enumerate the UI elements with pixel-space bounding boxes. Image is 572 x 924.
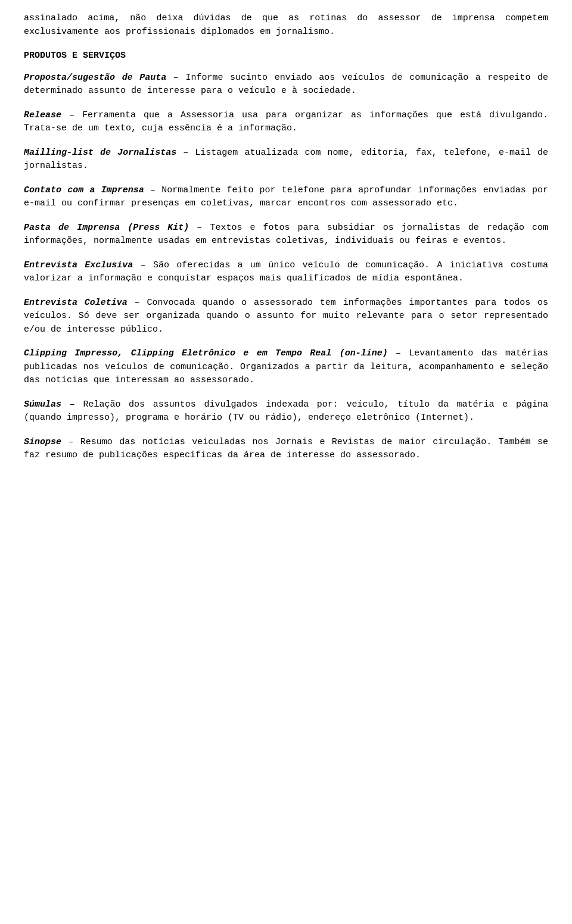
item-sumulas: Súmulas – Relação dos assuntos divulgado…	[24, 398, 548, 425]
item-contato-term: Contato com a Imprensa	[24, 185, 144, 195]
item-exclusiva-term: Entrevista Exclusiva	[24, 260, 133, 270]
item-proposta-term: Proposta/sugestão de Pauta	[24, 73, 166, 83]
item-mailling: Mailling-list de Jornalistas – Listagem …	[24, 146, 548, 173]
item-sinopse: Sinopse – Resumo das notícias veiculadas…	[24, 436, 548, 463]
item-entrevista-coletiva: Entrevista Coletiva – Convocada quando o…	[24, 296, 548, 337]
item-release-desc: Ferramenta que a Assessoria usa para org…	[24, 110, 548, 134]
item-mailling-separator: –	[176, 148, 195, 158]
item-pasta-separator: –	[189, 223, 210, 233]
item-clipping-separator: –	[388, 348, 409, 358]
item-contato-separator: –	[144, 185, 161, 195]
item-sinopse-term: Sinopse	[24, 437, 61, 447]
item-pasta: Pasta de Imprensa (Press Kit) – Textos e…	[24, 221, 548, 248]
item-sumulas-term: Súmulas	[24, 399, 61, 410]
item-sinopse-text: Sinopse – Resumo das notícias veiculadas…	[24, 436, 548, 463]
item-release-text: Release – Ferramenta que a Assessoria us…	[24, 109, 548, 136]
item-exclusiva-separator: –	[133, 260, 153, 270]
item-release-term: Release	[24, 110, 61, 120]
item-sumulas-text: Súmulas – Relação dos assuntos divulgado…	[24, 398, 548, 425]
item-sumulas-separator: –	[61, 399, 83, 410]
item-sinopse-separator: –	[61, 437, 80, 447]
item-contato-text: Contato com a Imprensa – Normalmente fei…	[24, 184, 548, 211]
item-release: Release – Ferramenta que a Assessoria us…	[24, 109, 548, 136]
item-release-separator: –	[61, 110, 82, 120]
item-coletiva-term: Entrevista Coletiva	[24, 298, 128, 308]
item-mailling-term: Mailling-list de Jornalistas	[24, 148, 176, 158]
item-sinopse-desc: Resumo das notícias veiculadas nos Jorna…	[24, 437, 548, 461]
item-proposta-sugestao: Proposta/sugestão de Pauta – Informe suc…	[24, 71, 548, 98]
item-clipping-term: Clipping Impresso, Clipping Eletrônico e…	[24, 348, 388, 358]
item-pasta-term: Pasta de Imprensa (Press Kit)	[24, 223, 189, 233]
item-contato: Contato com a Imprensa – Normalmente fei…	[24, 184, 548, 211]
item-exclusiva-text: Entrevista Exclusiva – São oferecidas a …	[24, 259, 548, 286]
item-pasta-text: Pasta de Imprensa (Press Kit) – Textos e…	[24, 221, 548, 248]
section-title: PRODUTOS E SERVIÇOS	[24, 49, 548, 63]
item-coletiva-separator: –	[128, 298, 147, 308]
item-sumulas-desc: Relação dos assuntos divulgados indexada…	[24, 399, 548, 423]
intro-paragraph: assinalado acima, não deixa dúvidas de q…	[24, 12, 548, 39]
page-content: assinalado acima, não deixa dúvidas de q…	[24, 12, 548, 463]
item-coletiva-text: Entrevista Coletiva – Convocada quando o…	[24, 296, 548, 337]
item-entrevista-exclusiva: Entrevista Exclusiva – São oferecidas a …	[24, 259, 548, 286]
item-proposta-text: Proposta/sugestão de Pauta – Informe suc…	[24, 71, 548, 98]
item-clipping: Clipping Impresso, Clipping Eletrônico e…	[24, 347, 548, 388]
item-proposta-separator: –	[166, 73, 185, 83]
item-mailling-text: Mailling-list de Jornalistas – Listagem …	[24, 146, 548, 173]
item-clipping-text: Clipping Impresso, Clipping Eletrônico e…	[24, 347, 548, 388]
